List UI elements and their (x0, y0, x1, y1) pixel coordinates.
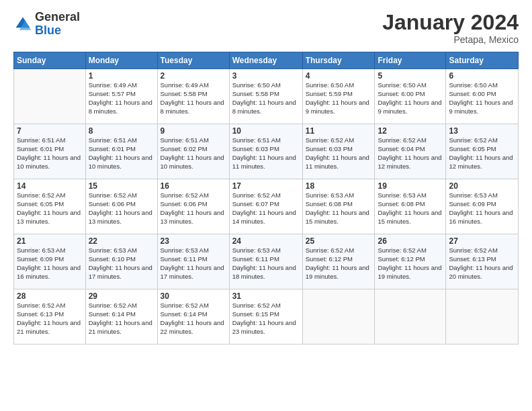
weekday-header: Thursday (302, 52, 375, 69)
day-info: Sunrise: 6:53 AMSunset: 6:11 PMDaylight:… (161, 246, 226, 281)
calendar-cell: 12Sunrise: 6:52 AMSunset: 6:04 PMDayligh… (375, 124, 446, 179)
header: General Blue January 2024 Petapa, Mexico (13, 11, 519, 45)
calendar-cell: 15Sunrise: 6:52 AMSunset: 6:06 PMDayligh… (85, 179, 157, 234)
day-info: Sunrise: 6:53 AMSunset: 6:09 PMDaylight:… (449, 191, 515, 226)
calendar-cell: 2Sunrise: 6:49 AMSunset: 5:58 PMDaylight… (157, 69, 229, 124)
calendar-cell: 3Sunrise: 6:50 AMSunset: 5:58 PMDaylight… (229, 69, 302, 124)
calendar-cell: 13Sunrise: 6:52 AMSunset: 6:05 PMDayligh… (446, 124, 519, 179)
day-number: 25 (306, 236, 372, 246)
day-number: 30 (161, 291, 226, 301)
day-number: 12 (378, 126, 443, 136)
month-title: January 2024 (382, 11, 519, 34)
day-number: 24 (232, 236, 300, 246)
day-info: Sunrise: 6:52 AMSunset: 6:13 PMDaylight:… (17, 302, 83, 336)
day-number: 27 (449, 236, 515, 246)
calendar-cell: 29Sunrise: 6:52 AMSunset: 6:14 PMDayligh… (85, 289, 157, 345)
day-number: 1 (89, 71, 154, 81)
day-info: Sunrise: 6:52 AMSunset: 6:14 PMDaylight:… (89, 302, 154, 336)
day-number: 22 (89, 236, 154, 246)
day-number: 14 (17, 181, 83, 191)
calendar-cell: 24Sunrise: 6:53 AMSunset: 6:11 PMDayligh… (229, 234, 302, 289)
day-info: Sunrise: 6:49 AMSunset: 5:57 PMDaylight:… (89, 81, 154, 116)
title-block: January 2024 Petapa, Mexico (382, 11, 519, 45)
logo-general-text: General (35, 10, 80, 24)
day-info: Sunrise: 6:52 AMSunset: 6:04 PMDaylight:… (378, 136, 443, 171)
day-info: Sunrise: 6:52 AMSunset: 6:12 PMDaylight:… (378, 246, 443, 281)
calendar-cell: 21Sunrise: 6:53 AMSunset: 6:09 PMDayligh… (14, 234, 86, 289)
calendar-week-row: 21Sunrise: 6:53 AMSunset: 6:09 PMDayligh… (14, 234, 519, 289)
day-info: Sunrise: 6:50 AMSunset: 5:58 PMDaylight:… (232, 81, 300, 116)
day-number: 7 (17, 126, 83, 136)
day-info: Sunrise: 6:50 AMSunset: 6:00 PMDaylight:… (449, 81, 515, 116)
calendar-cell: 4Sunrise: 6:50 AMSunset: 5:59 PMDaylight… (302, 69, 375, 124)
weekday-header: Monday (85, 52, 157, 69)
day-number: 2 (161, 71, 226, 81)
day-number: 20 (449, 181, 515, 191)
day-info: Sunrise: 6:53 AMSunset: 6:11 PMDaylight:… (232, 246, 300, 281)
day-info: Sunrise: 6:53 AMSunset: 6:10 PMDaylight:… (89, 246, 154, 281)
weekday-header: Wednesday (229, 52, 302, 69)
day-info: Sunrise: 6:51 AMSunset: 6:03 PMDaylight:… (232, 136, 300, 171)
day-number: 11 (306, 126, 372, 136)
calendar-cell: 30Sunrise: 6:52 AMSunset: 6:14 PMDayligh… (157, 289, 229, 345)
calendar-cell: 14Sunrise: 6:52 AMSunset: 6:05 PMDayligh… (14, 179, 86, 234)
day-number: 18 (306, 181, 372, 191)
calendar-cell: 9Sunrise: 6:51 AMSunset: 6:02 PMDaylight… (157, 124, 229, 179)
day-info: Sunrise: 6:52 AMSunset: 6:03 PMDaylight:… (306, 136, 372, 171)
day-info: Sunrise: 6:49 AMSunset: 5:58 PMDaylight:… (161, 81, 226, 116)
calendar-cell: 26Sunrise: 6:52 AMSunset: 6:12 PMDayligh… (375, 234, 446, 289)
calendar-cell (446, 289, 519, 345)
day-number: 23 (161, 236, 226, 246)
day-info: Sunrise: 6:52 AMSunset: 6:06 PMDaylight:… (161, 191, 226, 226)
day-number: 8 (89, 126, 154, 136)
logo: General Blue (13, 11, 80, 38)
weekday-header: Saturday (446, 52, 519, 69)
calendar-cell (375, 289, 446, 345)
day-number: 29 (89, 291, 154, 301)
day-number: 10 (232, 126, 300, 136)
calendar-cell: 11Sunrise: 6:52 AMSunset: 6:03 PMDayligh… (302, 124, 375, 179)
calendar-cell (302, 289, 375, 345)
calendar-cell: 8Sunrise: 6:51 AMSunset: 6:01 PMDaylight… (85, 124, 157, 179)
calendar-table: SundayMondayTuesdayWednesdayThursdayFrid… (13, 52, 519, 345)
day-number: 16 (161, 181, 226, 191)
calendar-week-row: 7Sunrise: 6:51 AMSunset: 6:01 PMDaylight… (14, 124, 519, 179)
calendar-cell: 17Sunrise: 6:52 AMSunset: 6:07 PMDayligh… (229, 179, 302, 234)
calendar-cell: 23Sunrise: 6:53 AMSunset: 6:11 PMDayligh… (157, 234, 229, 289)
calendar-cell: 20Sunrise: 6:53 AMSunset: 6:09 PMDayligh… (446, 179, 519, 234)
calendar-cell: 7Sunrise: 6:51 AMSunset: 6:01 PMDaylight… (14, 124, 86, 179)
day-number: 21 (17, 236, 83, 246)
location: Petapa, Mexico (382, 34, 519, 45)
day-number: 4 (306, 71, 372, 81)
calendar-cell: 28Sunrise: 6:52 AMSunset: 6:13 PMDayligh… (14, 289, 86, 345)
day-info: Sunrise: 6:52 AMSunset: 6:05 PMDaylight:… (17, 191, 83, 226)
calendar-cell: 27Sunrise: 6:52 AMSunset: 6:13 PMDayligh… (446, 234, 519, 289)
day-info: Sunrise: 6:51 AMSunset: 6:02 PMDaylight:… (161, 136, 226, 171)
day-number: 31 (232, 291, 300, 301)
day-number: 15 (89, 181, 154, 191)
day-number: 9 (161, 126, 226, 136)
logo-blue-text: Blue (35, 24, 61, 37)
day-info: Sunrise: 6:52 AMSunset: 6:12 PMDaylight:… (306, 246, 372, 281)
calendar-cell: 22Sunrise: 6:53 AMSunset: 6:10 PMDayligh… (85, 234, 157, 289)
calendar-cell: 1Sunrise: 6:49 AMSunset: 5:57 PMDaylight… (85, 69, 157, 124)
calendar-week-row: 1Sunrise: 6:49 AMSunset: 5:57 PMDaylight… (14, 69, 519, 124)
calendar-cell: 5Sunrise: 6:50 AMSunset: 6:00 PMDaylight… (375, 69, 446, 124)
day-number: 13 (449, 126, 515, 136)
day-info: Sunrise: 6:51 AMSunset: 6:01 PMDaylight:… (17, 136, 83, 171)
day-info: Sunrise: 6:50 AMSunset: 6:00 PMDaylight:… (378, 81, 443, 116)
calendar-cell (14, 69, 86, 124)
day-info: Sunrise: 6:52 AMSunset: 6:06 PMDaylight:… (89, 191, 154, 226)
day-info: Sunrise: 6:52 AMSunset: 6:15 PMDaylight:… (232, 302, 300, 336)
day-info: Sunrise: 6:52 AMSunset: 6:05 PMDaylight:… (449, 136, 515, 171)
logo-icon (13, 15, 32, 34)
day-info: Sunrise: 6:53 AMSunset: 6:09 PMDaylight:… (17, 246, 83, 281)
calendar-cell: 25Sunrise: 6:52 AMSunset: 6:12 PMDayligh… (302, 234, 375, 289)
day-info: Sunrise: 6:51 AMSunset: 6:01 PMDaylight:… (89, 136, 154, 171)
day-info: Sunrise: 6:53 AMSunset: 6:08 PMDaylight:… (378, 191, 443, 226)
day-number: 28 (17, 291, 83, 301)
day-number: 19 (378, 181, 443, 191)
day-info: Sunrise: 6:52 AMSunset: 6:14 PMDaylight:… (161, 302, 226, 336)
day-number: 17 (232, 181, 300, 191)
calendar-cell: 31Sunrise: 6:52 AMSunset: 6:15 PMDayligh… (229, 289, 302, 345)
